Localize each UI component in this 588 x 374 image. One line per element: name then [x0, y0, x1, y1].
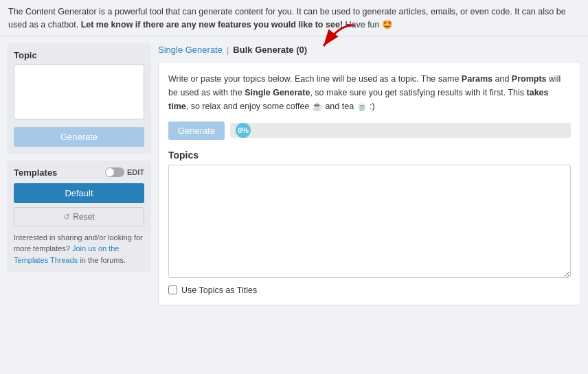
progress-row: Generate 0%	[168, 121, 571, 140]
tab-bulk-generate[interactable]: Bulk Generate (0)	[233, 45, 307, 55]
edit-toggle[interactable]	[105, 167, 124, 177]
edit-toggle-wrap: EDIT	[105, 167, 144, 177]
takes-time-text: takes time	[168, 88, 549, 111]
content-area: Single Generate | Bulk Generate (0)	[158, 43, 581, 305]
bulk-description: Write or paste your topics below. Each l…	[168, 72, 571, 113]
topic-input[interactable]	[14, 65, 144, 119]
single-generate-ref: Single Generate	[245, 88, 310, 97]
progress-badge: 0%	[236, 123, 251, 138]
toggle-knob	[106, 168, 114, 176]
banner-text: The Content Generator is a powerful tool…	[8, 7, 566, 30]
edit-label: EDIT	[127, 168, 144, 176]
top-banner: The Content Generator is a powerful tool…	[0, 0, 588, 36]
progress-bar-container: 0%	[230, 123, 571, 138]
topics-textarea[interactable]	[168, 165, 571, 278]
sidebar: Topic Generate Templates EDIT Default ↺ …	[7, 43, 151, 273]
bulk-generate-button[interactable]: Generate	[168, 121, 225, 140]
red-arrow-icon	[303, 22, 358, 53]
in-forums-text: in the forums.	[80, 256, 126, 264]
templates-box: Templates EDIT Default ↺ Reset Intereste…	[7, 161, 151, 273]
templates-header: Templates EDIT	[14, 167, 144, 178]
use-topics-as-titles-checkbox[interactable]	[168, 285, 177, 294]
join-link[interactable]: Join us on the	[72, 244, 120, 253]
prompts-text: Prompts	[512, 74, 547, 84]
reset-label: Reset	[73, 212, 94, 222]
reset-arrows-icon: ↺	[63, 212, 70, 222]
topics-label: Topics	[168, 150, 571, 161]
topic-box: Topic Generate	[7, 43, 151, 154]
tab-divider: |	[227, 45, 229, 55]
params-text: Params	[462, 74, 493, 84]
tabs-row: Single Generate | Bulk Generate (0)	[158, 43, 581, 56]
templates-threads-link[interactable]: Templates Threads	[14, 256, 78, 264]
templates-title: Templates	[14, 167, 57, 178]
bulk-panel: Write or paste your topics below. Each l…	[158, 62, 581, 305]
reset-button[interactable]: ↺ Reset	[14, 207, 144, 226]
tab-single-generate[interactable]: Single Generate	[158, 43, 223, 56]
topic-title: Topic	[14, 50, 144, 60]
templates-info: Interested in sharing and/or looking for…	[14, 232, 144, 266]
generate-button[interactable]: Generate	[14, 127, 144, 147]
use-topics-checkbox-row: Use Topics as Titles	[168, 285, 571, 295]
default-template-button[interactable]: Default	[14, 183, 144, 203]
use-topics-label: Use Topics as Titles	[181, 285, 257, 295]
